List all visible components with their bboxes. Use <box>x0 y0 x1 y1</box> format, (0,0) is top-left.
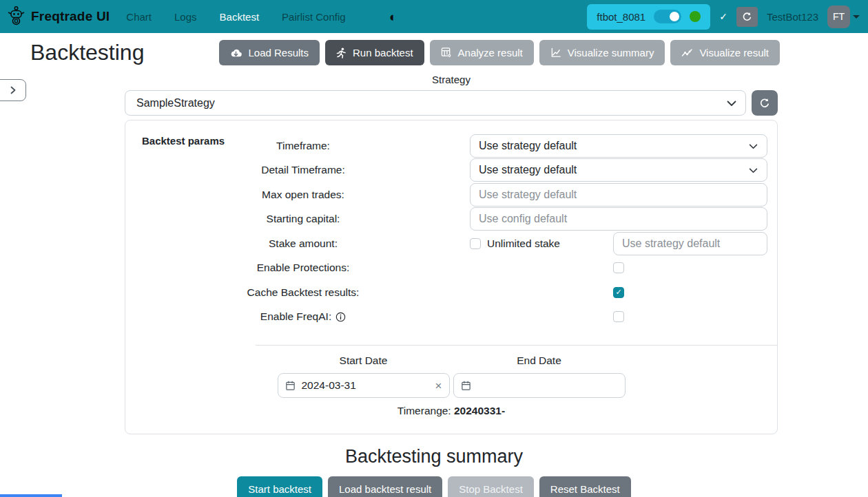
cloud-download-icon <box>230 47 242 58</box>
info-icon <box>335 312 346 322</box>
chevron-right-icon <box>9 86 17 94</box>
page-header: Backtesting Load Results Run backtest An <box>0 33 868 65</box>
refresh-icon <box>759 98 770 109</box>
backtest-params-panel: Backtest params Timeframe: Use strategy … <box>125 120 778 434</box>
strategy-label: Strategy <box>125 74 778 85</box>
nav-link-chart[interactable]: Chart <box>126 11 152 23</box>
timerange: Timerange: 20240331- <box>136 405 766 417</box>
max-open-trades-label: Max open trades: <box>136 189 470 201</box>
strategy-select[interactable]: SampleStrategy <box>125 90 746 116</box>
bot-toggle-switch[interactable] <box>654 10 681 23</box>
bot-online-dot <box>690 11 701 22</box>
calendar-icon <box>461 380 471 391</box>
starting-capital-label: Starting capital: <box>136 213 470 225</box>
brand-title: Freqtrade UI <box>31 9 110 24</box>
username: TestBot123 <box>767 11 818 23</box>
cache-results-row: Cache Backtest results: <box>136 280 766 305</box>
unlimited-stake-checkbox[interactable] <box>470 238 481 249</box>
navbar: Freqtrade UI Chart Logs Backtest Pairlis… <box>0 0 868 33</box>
refresh-icon <box>742 12 752 22</box>
dates-row: Start Date 2024-03-31 × End Date <box>136 355 766 398</box>
start-backtest-button[interactable]: Start backtest <box>237 476 322 497</box>
max-open-trades-row: Max open trades: <box>136 182 766 207</box>
cache-results-label: Cache Backtest results: <box>136 286 470 299</box>
timeframe-select[interactable]: Use strategy default <box>470 134 767 158</box>
page-title: Backtesting <box>30 40 144 65</box>
nav-link-backtest[interactable]: Backtest <box>220 11 260 23</box>
cache-results-checkbox[interactable] <box>613 287 624 298</box>
bot-name: ftbot_8081 <box>597 11 645 23</box>
chevron-down-icon <box>749 164 758 176</box>
enable-protections-label: Enable Protections: <box>136 262 470 274</box>
table-gear-icon <box>441 47 452 58</box>
timerange-value: 20240331- <box>454 405 505 416</box>
chart-scatter-icon <box>681 48 693 58</box>
end-date-label: End Date <box>453 355 626 367</box>
enable-freqai-checkbox[interactable] <box>613 311 624 322</box>
refresh-bot-button[interactable] <box>736 7 758 27</box>
starting-capital-input[interactable] <box>470 207 767 231</box>
divider <box>256 345 778 346</box>
enable-protections-row: Enable Protections: <box>136 256 766 281</box>
freqtrade-robot-logo-icon <box>7 6 25 28</box>
load-backtest-result-button[interactable]: Load backtest result <box>328 476 442 497</box>
detail-timeframe-label: Detail Timeframe: <box>136 164 470 176</box>
reset-backtest-button[interactable]: Reset Backtest <box>539 476 631 497</box>
timerange-label: Timerange: <box>397 405 451 416</box>
avatar[interactable]: FT <box>827 6 850 28</box>
nav-link-pairlist-config[interactable]: Pairlist Config <box>282 11 346 23</box>
visualize-result-button[interactable]: Visualize result <box>670 40 780 65</box>
chevron-down-icon <box>749 140 758 152</box>
unlimited-stake-label: Unlimited stake <box>487 237 560 250</box>
header-buttons: Load Results Run backtest Analyze result <box>219 40 780 65</box>
run-backtest-button[interactable]: Run backtest <box>325 40 424 65</box>
stop-backtest-button[interactable]: Stop Backtest <box>448 476 534 497</box>
sidebar-expand-button[interactable] <box>0 79 26 101</box>
end-date-input[interactable] <box>453 373 626 398</box>
bot-badge[interactable]: ftbot_8081 <box>587 4 710 30</box>
analyze-result-button[interactable]: Analyze result <box>430 40 534 65</box>
load-results-button[interactable]: Load Results <box>219 40 320 65</box>
brand[interactable]: Freqtrade UI <box>7 6 110 28</box>
person-running-icon <box>336 47 347 59</box>
detail-timeframe-row: Detail Timeframe: Use strategy default <box>136 158 766 183</box>
enable-freqai-label: Enable FreqAI: <box>260 310 331 323</box>
strategy-section: Strategy SampleStrategy <box>125 74 778 116</box>
check-icon: ✓ <box>719 11 727 22</box>
timeframe-row: Timeframe: Use strategy default <box>136 134 766 158</box>
navbar-right: ftbot_8081 ✓ TestBot123 FT <box>587 4 860 30</box>
start-date-value: 2024-03-31 <box>302 379 429 392</box>
params-title: Backtest params <box>142 135 225 147</box>
start-date-input[interactable]: 2024-03-31 × <box>278 373 450 398</box>
theme-toggle-icon[interactable]: ◐ <box>389 10 397 23</box>
stake-amount-label: Stake amount: <box>136 237 470 250</box>
enable-protections-checkbox[interactable] <box>613 262 624 273</box>
stake-amount-row: Stake amount: Unlimited stake <box>136 231 766 256</box>
clear-start-date-icon[interactable]: × <box>435 380 442 392</box>
user-menu[interactable]: FT <box>827 6 860 28</box>
reload-strategies-button[interactable] <box>752 90 778 116</box>
summary-buttons: Start backtest Load backtest result Stop… <box>0 476 868 497</box>
visualize-summary-button[interactable]: Visualize summary <box>539 40 665 65</box>
chart-line-icon <box>550 47 561 58</box>
enable-freqai-row: Enable FreqAI: <box>136 305 766 330</box>
detail-timeframe-select[interactable]: Use strategy default <box>470 158 767 182</box>
starting-capital-row: Starting capital: <box>136 207 766 232</box>
nav-links: Chart Logs Backtest Pairlist Config ◐ <box>126 10 397 23</box>
max-open-trades-input[interactable] <box>470 183 767 207</box>
nav-link-logs[interactable]: Logs <box>174 11 197 23</box>
chevron-down-icon <box>853 15 860 19</box>
summary-title: Backtesting summary <box>0 446 868 467</box>
stake-amount-input[interactable] <box>613 232 767 255</box>
start-date-label: Start Date <box>278 355 450 367</box>
calendar-icon <box>285 380 296 391</box>
chevron-down-icon <box>727 97 736 109</box>
scrollbar-fragment[interactable] <box>0 494 62 497</box>
